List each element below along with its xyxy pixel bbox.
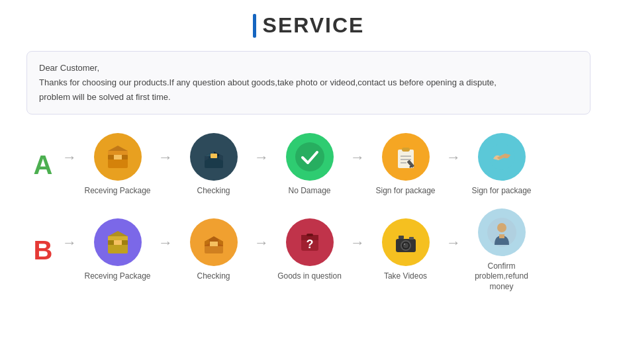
checking-a-label: Checking <box>197 186 230 197</box>
arrow: → <box>446 149 461 181</box>
flow-item-receiving-b: Receving Package <box>79 218 156 282</box>
svg-rect-40 <box>399 236 404 239</box>
arrow: → <box>62 234 77 266</box>
arrow: → <box>350 149 365 181</box>
checking-b-icon <box>190 218 238 266</box>
svg-rect-4 <box>108 151 128 155</box>
nodamage-icon <box>286 133 334 181</box>
flow-item-checking-a: Checking <box>175 133 252 197</box>
person-icon <box>478 208 526 256</box>
svg-rect-10 <box>211 154 217 158</box>
flow-item-sign1: Sign for package <box>367 133 444 197</box>
svg-text:?: ? <box>306 238 313 251</box>
flow-item-nodamage: No Damage <box>271 133 348 197</box>
svg-point-38 <box>403 243 408 248</box>
arrow: → <box>158 234 173 266</box>
question-label: Goods in question <box>277 271 342 282</box>
svg-rect-13 <box>402 148 410 152</box>
row-b-label: B <box>26 236 60 265</box>
receiving-a-label: Receving Package <box>84 186 150 197</box>
flow-row-a: A → Receving Package → <box>26 133 591 197</box>
svg-marker-3 <box>108 146 128 151</box>
sign1-icon <box>382 133 430 181</box>
receiving-a-icon <box>94 133 142 181</box>
receiving-b-label: Receving Package <box>84 271 150 282</box>
sign1-label: Sign for package <box>375 186 435 197</box>
svg-rect-22 <box>114 240 122 245</box>
arrow: → <box>62 149 77 181</box>
arrow: → <box>254 149 269 181</box>
flow-item-checking-b: Checking <box>175 218 252 282</box>
svg-rect-27 <box>210 242 218 246</box>
page-title: SERVICE <box>26 13 591 38</box>
question-icon: ? <box>286 218 334 266</box>
flow-row-b: B → Receving Package → <box>26 208 591 293</box>
nodamage-label: No Damage <box>288 186 330 197</box>
checking-a-icon <box>190 133 238 181</box>
camera-icon <box>382 218 430 266</box>
arrow: → <box>254 234 269 266</box>
flow-item-receiving-a: Receving Package <box>79 133 156 197</box>
flow-item-question: ? Goods in question <box>271 218 348 282</box>
svg-point-43 <box>497 223 506 232</box>
flow-item-person: Confirm problem,refund money <box>463 208 540 293</box>
arrow: → <box>350 234 365 266</box>
person-label: Confirm problem,refund money <box>463 261 540 293</box>
svg-point-39 <box>404 244 405 245</box>
camera-label: Take Videos <box>384 271 427 282</box>
sign2-label: Sign for package <box>471 186 531 197</box>
row-a-label: A <box>26 150 60 180</box>
svg-rect-41 <box>409 237 414 240</box>
arrow: → <box>446 234 461 266</box>
sign2-icon <box>478 133 526 181</box>
title-bar-icon <box>253 14 256 38</box>
arrow: → <box>158 149 173 181</box>
svg-point-11 <box>295 142 324 171</box>
svg-rect-33 <box>307 234 313 236</box>
svg-rect-44 <box>499 234 504 238</box>
receiving-b-icon <box>94 218 142 266</box>
svg-marker-23 <box>108 231 128 236</box>
flow-item-sign2: Sign for package <box>463 133 540 197</box>
svg-rect-24 <box>108 236 128 240</box>
flow-item-camera: Take Videos <box>367 218 444 282</box>
svg-rect-2 <box>114 155 122 159</box>
checking-b-label: Checking <box>197 271 230 282</box>
notice-box: Dear Customer, Thanks for choosing our p… <box>26 51 591 114</box>
